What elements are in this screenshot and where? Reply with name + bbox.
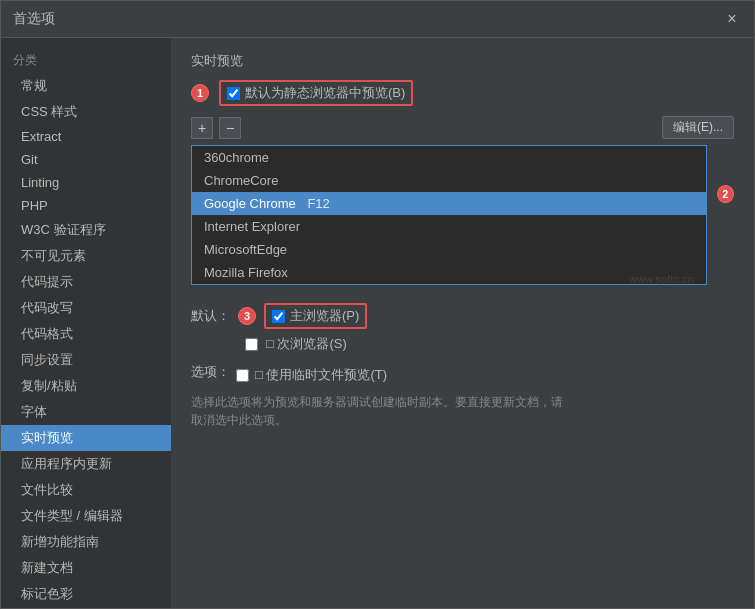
title-bar: 首选项 × [1, 1, 754, 38]
badge-1: 1 [191, 84, 209, 102]
main-content: 实时预览 1 默认为静态浏览器中预览(B) + − 编辑(E)... 360 [171, 38, 754, 608]
secondary-browser-checkbox[interactable] [245, 338, 258, 351]
sidebar-item-linting[interactable]: Linting [1, 171, 171, 194]
sidebar-item-general[interactable]: 常规 [1, 73, 171, 99]
sidebar-item-file-types[interactable]: 文件类型 / 编辑器 [1, 503, 171, 529]
sidebar-item-font[interactable]: 字体 [1, 399, 171, 425]
sidebar-item-app-update[interactable]: 应用程序内更新 [1, 451, 171, 477]
browser-list: 360chrome ChromeCore Google Chrome F12 I… [192, 146, 706, 284]
dialog-title: 首选项 [13, 10, 55, 28]
sidebar-item-new-doc[interactable]: 新建文档 [1, 555, 171, 581]
toolbar-row: + − 编辑(E)... [191, 116, 734, 139]
sidebar-item-copy-paste[interactable]: 复制/粘贴 [1, 373, 171, 399]
badge-3: 3 [238, 307, 256, 325]
browser-item-firefox[interactable]: Mozilla Firefox [192, 261, 706, 284]
browser-item-360chrome[interactable]: 360chrome [192, 146, 706, 169]
close-button[interactable]: × [722, 9, 742, 29]
sidebar-item-extract[interactable]: Extract [1, 125, 171, 148]
options-section: 选项： □ 使用临时文件预览(T) 选择此选项将为预览和服务器调试创建临时副本。… [191, 363, 734, 429]
sidebar-item-color-marks[interactable]: 标记色彩 [1, 581, 171, 607]
primary-browser-checkbox[interactable] [272, 310, 285, 323]
sidebar-section-header: 分类 [1, 48, 171, 73]
options-title: 选项： [191, 363, 230, 381]
browser-item-googlechrome[interactable]: Google Chrome F12 [192, 192, 706, 215]
sidebar-item-code-rewrite[interactable]: 代码改写 [1, 295, 171, 321]
add-browser-button[interactable]: + [191, 117, 213, 139]
sidebar-item-live-preview[interactable]: 实时预览 [1, 425, 171, 451]
browser-list-container: 360chrome ChromeCore Google Chrome F12 I… [191, 145, 707, 285]
edit-browser-button[interactable]: 编辑(E)... [662, 116, 734, 139]
chrome-shortcut: F12 [307, 196, 329, 211]
browser-item-ie[interactable]: Internet Explorer [192, 215, 706, 238]
preferences-dialog: 首选项 × 分类 常规 CSS 样式 Extract Git Linting P… [0, 0, 755, 609]
primary-browser-container: 主浏览器(P) [264, 303, 367, 329]
sidebar-item-interface[interactable]: 界面 [1, 607, 171, 608]
sidebar-item-sync[interactable]: 同步设置 [1, 347, 171, 373]
sidebar-item-php[interactable]: PHP [1, 194, 171, 217]
section-title: 实时预览 [191, 52, 734, 70]
temp-preview-checkbox[interactable] [236, 369, 249, 382]
secondary-browser-label[interactable]: □ 次浏览器(S) [266, 335, 347, 353]
default-static-preview-label[interactable]: 默认为静态浏览器中预览(B) [245, 84, 405, 102]
remove-browser-button[interactable]: − [219, 117, 241, 139]
default-label: 默认： [191, 307, 230, 325]
default-static-preview-checkbox[interactable] [227, 87, 240, 100]
sidebar-item-code-hints[interactable]: 代码提示 [1, 269, 171, 295]
sidebar-item-css[interactable]: CSS 样式 [1, 99, 171, 125]
sidebar: 分类 常规 CSS 样式 Extract Git Linting PHP W3C… [1, 38, 171, 608]
sidebar-item-new-features[interactable]: 新增功能指南 [1, 529, 171, 555]
browser-item-edge[interactable]: MicrosoftEdge [192, 238, 706, 261]
sidebar-item-git[interactable]: Git [1, 148, 171, 171]
sidebar-item-w3c[interactable]: W3C 验证程序 [1, 217, 171, 243]
dialog-body: 分类 常规 CSS 样式 Extract Git Linting PHP W3C… [1, 38, 754, 608]
badge-2: 2 [717, 185, 734, 203]
temp-preview-description: 选择此选项将为预览和服务器调试创建临时副本。要直接更新文档，请取消选中此选项。 [191, 393, 571, 429]
primary-browser-label[interactable]: 主浏览器(P) [290, 307, 359, 325]
browser-item-chromecore[interactable]: ChromeCore [192, 169, 706, 192]
sidebar-item-invisible[interactable]: 不可见元素 [1, 243, 171, 269]
temp-preview-label[interactable]: □ 使用临时文件预览(T) [255, 366, 387, 384]
checkbox1-container: 默认为静态浏览器中预览(B) [219, 80, 413, 106]
sidebar-item-file-compare[interactable]: 文件比较 [1, 477, 171, 503]
sidebar-item-code-format[interactable]: 代码格式 [1, 321, 171, 347]
